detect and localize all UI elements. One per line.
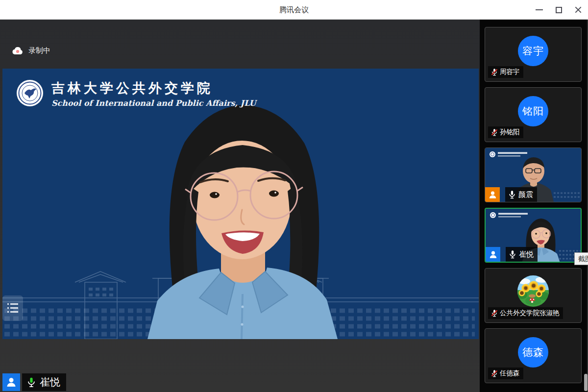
participant-tile[interactable]: 公共外交学院张淑艳 [485, 268, 582, 323]
self-name-label: 崔悦 [2, 373, 66, 391]
university-logo: 吉林大学公共外交学院 School of International and P… [16, 79, 256, 108]
mic-muted-icon [490, 68, 498, 76]
maximize-icon [556, 7, 562, 13]
close-button[interactable] [568, 0, 588, 20]
participant-name-label: 公共外交学院张淑艳 [488, 307, 563, 319]
avatar: 德森 [518, 337, 548, 368]
logo-subtitle: School of International and Public Affai… [51, 98, 256, 108]
cloud-recording-icon [12, 47, 24, 55]
recording-label: 录制中 [28, 46, 50, 55]
mic-active-icon [26, 377, 37, 388]
window-title: 腾讯会议 [0, 0, 588, 20]
person-icon [489, 250, 498, 259]
maximize-button[interactable] [549, 0, 568, 20]
participant-tile[interactable]: 铭阳 孙铭阳 [485, 87, 582, 142]
close-icon [574, 6, 582, 14]
mic-muted-icon [490, 309, 498, 317]
main-speaker-stage: 录制中 [0, 20, 480, 392]
recording-indicator[interactable]: 录制中 [12, 46, 50, 55]
main-video-portrait [2, 69, 479, 339]
main-video: 吉林大学公共外交学院 School of International and P… [2, 69, 479, 339]
avatar: 铭阳 [518, 96, 548, 126]
person-icon [488, 190, 497, 199]
mic-active-icon [508, 190, 516, 199]
mic-active-icon [508, 250, 517, 259]
self-name: 崔悦 [40, 375, 60, 389]
mic-muted-icon [490, 369, 498, 377]
participant-name-label: 任德森 [488, 368, 523, 379]
participant-tile[interactable]: 容宇 周容宇 [485, 27, 582, 82]
participant-tile[interactable]: 德森 任德森 [485, 328, 582, 383]
participant-tile-active-speaker[interactable]: 崔悦 [485, 208, 582, 263]
participant-name-label: 崔悦 [486, 247, 538, 262]
self-role-badge [2, 373, 20, 391]
mic-muted-icon [490, 128, 498, 136]
logo-title: 吉林大学公共外交学院 [51, 79, 256, 97]
participant-name-label: 周容宇 [488, 66, 523, 78]
participant-tile[interactable]: 颜震 [485, 147, 582, 202]
minimize-icon [536, 9, 543, 10]
participant-role-badge [486, 247, 500, 262]
university-seal-icon [16, 79, 44, 107]
agenda-panel-handle[interactable] [2, 295, 23, 321]
avatar: 容宇 [518, 36, 548, 66]
participant-sidebar: 容宇 周容宇 铭阳 孙铭阳 [480, 20, 588, 392]
sunflower-avatar [517, 275, 549, 307]
screenshot-tooltip: 截图 [574, 252, 588, 265]
window-titlebar: 腾讯会议 [0, 0, 588, 20]
avatar-image [517, 275, 549, 307]
minimize-button[interactable] [529, 0, 549, 20]
list-icon [6, 302, 19, 315]
participant-role-badge [485, 187, 500, 202]
person-icon [5, 376, 17, 388]
participant-name-label: 颜震 [485, 187, 537, 202]
sidebar-scrollbar-thumb[interactable] [584, 374, 588, 391]
participant-name-label: 孙铭阳 [488, 126, 523, 138]
